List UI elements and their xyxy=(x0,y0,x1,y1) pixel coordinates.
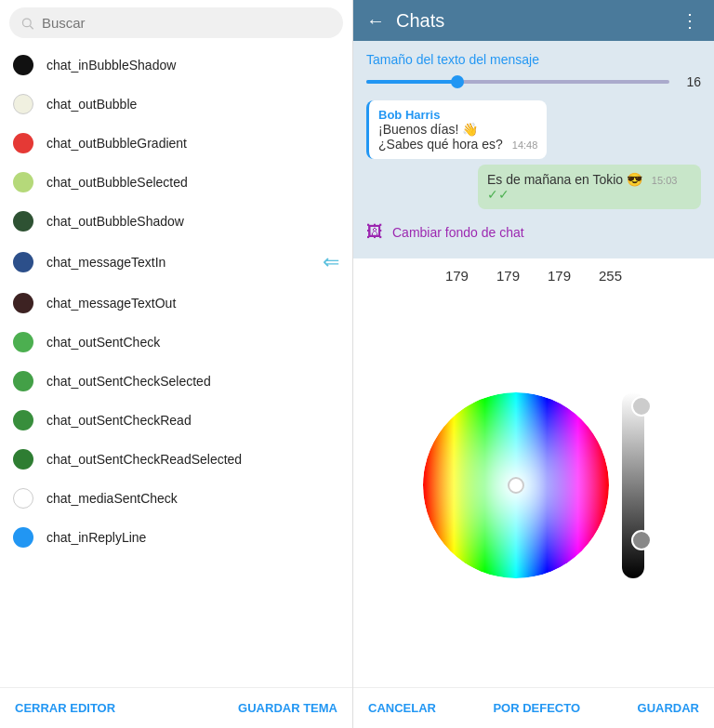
color-swatch xyxy=(13,527,33,548)
list-item[interactable]: chat_outBubbleShadow xyxy=(0,202,352,241)
item-label: chat_outSentCheckReadSelected xyxy=(46,452,242,467)
slider-value: 16 xyxy=(679,74,701,89)
list-item[interactable]: chat_inBubbleShadow xyxy=(0,46,352,85)
item-label: chat_outBubbleShadow xyxy=(46,214,184,229)
text-size-slider[interactable] xyxy=(366,80,669,84)
bottom-bar-left: CERRAR EDITOR GUARDAR TEMA xyxy=(0,687,352,728)
item-label: chat_outBubble xyxy=(46,97,137,112)
sender-name: Bob Harris xyxy=(378,108,537,122)
chat-preview: Tamaño del texto del mensaje 16 Bob Harr… xyxy=(353,41,714,258)
list-item-message-text-in[interactable]: chat_messageTextIn ⇐ xyxy=(0,241,352,284)
item-label: chat_inBubbleShadow xyxy=(46,58,176,73)
right-header: ← Chats ⋮ xyxy=(353,0,714,41)
brightness-thumb-bottom[interactable] xyxy=(631,530,652,550)
items-list: chat_inBubbleShadow chat_outBubble chat_… xyxy=(0,46,352,687)
bottom-bar-right: CANCELAR POR DEFECTO GUARDAR xyxy=(353,687,714,728)
right-panel: ← Chats ⋮ Tamaño del texto del mensaje 1… xyxy=(353,0,714,728)
item-label: chat_outSentCheckRead xyxy=(46,413,192,428)
color-swatch xyxy=(13,94,33,114)
page-title: Chats xyxy=(396,10,669,32)
color-picker-area: 179 179 179 255 xyxy=(353,258,714,687)
left-panel: chat_inBubbleShadow chat_outBubble chat_… xyxy=(0,0,353,728)
svg-point-4 xyxy=(509,478,523,493)
list-item[interactable]: chat_outBubble xyxy=(0,85,352,124)
brightness-slider[interactable] xyxy=(622,392,644,578)
change-bg-label: Cambiar fondo de chat xyxy=(392,225,524,240)
back-button[interactable]: ← xyxy=(366,10,385,32)
close-editor-button[interactable]: CERRAR EDITOR xyxy=(15,701,115,715)
cancel-button[interactable]: CANCELAR xyxy=(368,701,436,715)
message-text: ¡Buenos días! 👋 xyxy=(378,122,537,137)
search-icon xyxy=(20,16,34,31)
search-input[interactable] xyxy=(42,15,332,31)
chat-messages: Bob Harris ¡Buenos días! 👋 ¿Sabes qué ho… xyxy=(366,100,701,209)
svg-point-0 xyxy=(22,19,31,27)
change-bg-icon: 🖼 xyxy=(366,222,383,242)
svg-line-1 xyxy=(30,25,33,28)
brightness-thumb-top[interactable] xyxy=(631,396,652,417)
arrow-icon: ⇐ xyxy=(323,250,339,274)
item-label: chat_outBubbleGradient xyxy=(46,136,187,151)
main-container: chat_inBubbleShadow chat_outBubble chat_… xyxy=(0,0,714,728)
default-button[interactable]: POR DEFECTO xyxy=(493,701,580,715)
color-swatch xyxy=(13,332,33,352)
color-swatch xyxy=(13,488,33,509)
list-item[interactable]: chat_outBubbleGradient xyxy=(0,124,352,163)
slider-thumb[interactable] xyxy=(451,75,464,88)
color-swatch xyxy=(13,172,33,192)
list-item[interactable]: chat_outSentCheckSelected xyxy=(0,362,352,401)
slider-row: 16 xyxy=(366,74,701,89)
message-text-2: ¿Sabes qué hora es? xyxy=(378,137,503,152)
list-item[interactable]: chat_outSentCheckRead xyxy=(0,401,352,440)
color-swatch xyxy=(13,133,33,153)
color-swatch xyxy=(13,410,33,430)
red-value: 179 xyxy=(445,268,469,284)
outgoing-bubble: Es de mañana en Tokio 😎 15:03 ✓✓ xyxy=(478,165,701,209)
incoming-bubble: Bob Harris ¡Buenos días! 👋 ¿Sabes qué ho… xyxy=(366,100,547,159)
color-swatch xyxy=(13,211,33,232)
outgoing-message-text: Es de mañana en Tokio 😎 xyxy=(487,172,642,187)
search-bar[interactable] xyxy=(9,7,343,38)
color-swatch xyxy=(13,252,33,272)
list-item[interactable]: chat_mediaSentCheck xyxy=(0,479,352,518)
item-label: chat_inReplyLine xyxy=(46,530,146,545)
list-item[interactable]: chat_messageTextOut xyxy=(0,284,352,323)
change-bg-row[interactable]: 🖼 Cambiar fondo de chat xyxy=(366,217,701,247)
color-picker-row xyxy=(368,293,699,678)
more-options-button[interactable]: ⋮ xyxy=(681,9,701,32)
color-swatch xyxy=(13,55,33,75)
read-receipt-icon: ✓✓ xyxy=(487,187,509,202)
item-label: chat_outSentCheckSelected xyxy=(46,374,211,389)
color-wheel[interactable] xyxy=(423,392,609,578)
save-button[interactable]: GUARDAR xyxy=(638,701,699,715)
text-size-label: Tamaño del texto del mensaje xyxy=(366,52,701,67)
green-value: 179 xyxy=(496,268,520,284)
rgba-values: 179 179 179 255 xyxy=(445,268,622,284)
list-item[interactable]: chat_outBubbleSelected xyxy=(0,163,352,202)
color-wheel-svg xyxy=(423,392,609,578)
color-swatch xyxy=(13,371,33,391)
outgoing-time: 15:03 xyxy=(652,175,678,186)
color-swatch xyxy=(13,449,33,470)
color-swatch xyxy=(13,293,33,313)
item-label: chat_messageTextOut xyxy=(46,296,176,311)
item-label: chat_outBubbleSelected xyxy=(46,175,188,190)
slider-fill xyxy=(366,80,457,84)
message-time: 14:48 xyxy=(512,139,538,151)
item-label: chat_outSentCheck xyxy=(46,335,160,350)
save-theme-button[interactable]: GUARDAR TEMA xyxy=(238,701,337,715)
list-item-partial[interactable]: chat_inReplyLine xyxy=(0,518,352,557)
item-label: chat_messageTextIn xyxy=(46,255,165,270)
list-item[interactable]: chat_outSentCheck xyxy=(0,323,352,362)
item-label: chat_mediaSentCheck xyxy=(46,491,178,506)
blue-value: 179 xyxy=(548,268,571,284)
list-item[interactable]: chat_outSentCheckReadSelected xyxy=(0,440,352,479)
alpha-value: 255 xyxy=(599,268,622,284)
